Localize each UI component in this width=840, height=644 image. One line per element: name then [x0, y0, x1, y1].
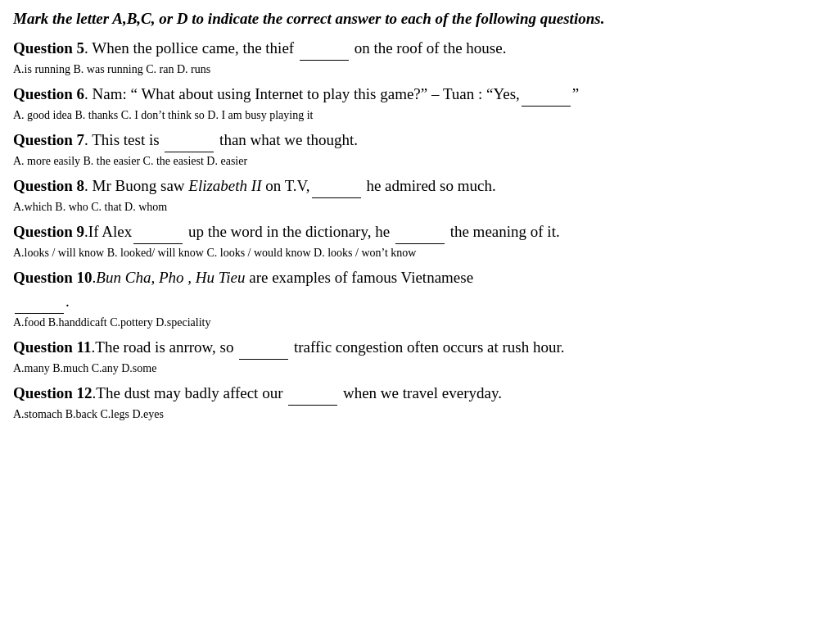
q5-blank — [300, 37, 349, 61]
question-text-7: Question 7. This test is than what we th… — [13, 129, 827, 153]
q7-before: . This test is — [84, 131, 163, 148]
q7-blank — [165, 129, 214, 153]
q5-options: A.is running B. was running C. ran D. ru… — [13, 61, 827, 78]
q10-options: A.food B.handdicaft C.pottery D.speciali… — [13, 315, 827, 331]
question-number-11: Question 11 — [13, 338, 92, 356]
q10-middle: are examples of famous Vietnamese — [245, 269, 473, 286]
question-block-12: Question 12.The dust may badly affect ou… — [13, 382, 827, 423]
question-number-6: Question 6 — [13, 85, 84, 102]
question-block-9: Question 9.If Alex up the word in the di… — [13, 220, 827, 261]
question-block-8: Question 8. Mr Buong saw Elizabeth II on… — [13, 175, 827, 215]
q9-blank1 — [133, 220, 183, 245]
q11-before: .The road is anrrow, so — [92, 338, 238, 356]
q11-blank — [239, 336, 288, 361]
q10-italic: Bun Cha, Pho , Hu Tieu — [96, 269, 245, 286]
question-text-11: Question 11.The road is anrrow, so traff… — [13, 336, 827, 361]
question-number-10: Question 10 — [13, 269, 93, 286]
q10-after: . — [65, 293, 70, 310]
q12-blank — [288, 382, 337, 406]
q12-options: A.stomach B.back C.legs D.eyes — [13, 406, 827, 423]
q9-after: the meaning of it. — [446, 223, 560, 240]
question-text-5: Question 5. When the pollice came, the t… — [13, 37, 827, 61]
q8-blank — [312, 175, 361, 199]
q6-blank — [522, 83, 571, 107]
question-number-7: Question 7 — [13, 131, 84, 148]
question-number-9: Question 9 — [13, 223, 84, 240]
q8-options: A.which B. who C. that D. whom — [13, 199, 827, 215]
question-block-11: Question 11.The road is anrrow, so traff… — [13, 336, 827, 377]
q11-options: A.many B.much C.any D.some — [13, 361, 827, 377]
question-number-8: Question 8 — [13, 177, 84, 194]
question-text-12: Question 12.The dust may badly affect ou… — [13, 382, 827, 406]
instructions: Mark the letter A,B,C, or D to indicate … — [13, 8, 827, 30]
q7-after: than what we thought. — [215, 131, 358, 148]
question-block-6: Question 6. Nam: “ What about using Inte… — [13, 83, 827, 124]
q9-middle: up the word in the dictionary, he — [184, 223, 394, 240]
q6-suffix: ” — [572, 85, 579, 102]
q12-after: when we travel everyday. — [339, 384, 502, 401]
question-number-5: Question 5 — [13, 39, 84, 57]
q7-options: A. more easily B. the easier C. the easi… — [13, 153, 827, 170]
q11-after: traffic congestion often occurs at rush … — [290, 338, 564, 356]
question-block-10: Question 10.Bun Cha, Pho , Hu Tieu are e… — [13, 266, 827, 331]
q6-options: A. good idea B. thanks C. I don’t think … — [13, 107, 827, 124]
question-text-10: Question 10.Bun Cha, Pho , Hu Tieu are e… — [13, 266, 827, 314]
q10-blank — [15, 290, 64, 315]
question-text-9: Question 9.If Alex up the word in the di… — [13, 220, 827, 245]
q8-middle: on T.V, — [262, 177, 310, 194]
question-block-7: Question 7. This test is than what we th… — [13, 129, 827, 170]
q9-before: .If Alex — [84, 223, 132, 240]
q9-options: A.looks / will know B. looked/ will know… — [13, 245, 827, 261]
q9-blank2 — [395, 220, 445, 245]
q12-before: .The dust may badly affect our — [93, 384, 287, 401]
q8-after: he admired so much. — [363, 177, 496, 194]
question-number-12: Question 12 — [13, 384, 93, 401]
question-text-6: Question 6. Nam: “ What about using Inte… — [13, 83, 827, 107]
q8-italic: Elizabeth II — [188, 177, 261, 194]
q5-before: . When the pollice came, the thief — [84, 39, 298, 57]
q5-after: on the roof of the house. — [350, 39, 506, 57]
question-block-5: Question 5. When the pollice came, the t… — [13, 37, 827, 78]
q6-before: . Nam: “ What about using Internet to pl… — [84, 85, 520, 102]
q8-before: . Mr Buong saw — [84, 177, 188, 194]
question-text-8: Question 8. Mr Buong saw Elizabeth II on… — [13, 175, 827, 199]
